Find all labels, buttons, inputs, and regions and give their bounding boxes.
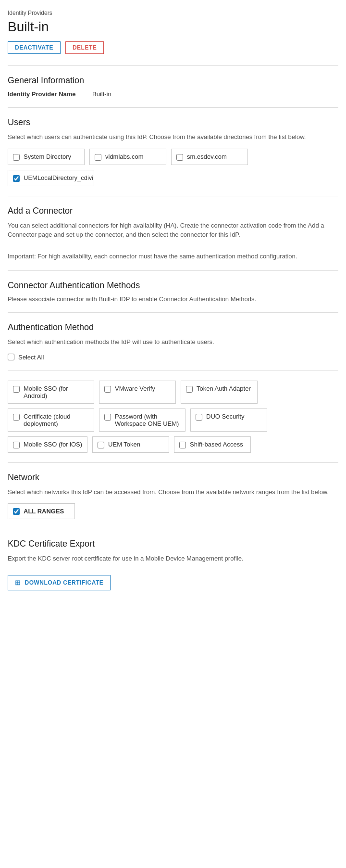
divider-6	[8, 462, 338, 463]
directory-checkbox-dir1[interactable]	[13, 154, 20, 161]
auth-method-label-m6[interactable]: DUO Security	[206, 413, 244, 420]
download-certificate-label: DOWNLOAD CERTIFICATE	[25, 579, 104, 586]
auth-method-checkbox-m1[interactable]	[13, 386, 20, 393]
connector-auth-methods-note: Please associate connector with Built-in…	[8, 295, 338, 303]
auth-method-label-m5[interactable]: Password (with Workspace ONE UEM)	[115, 413, 180, 427]
list-item: DUO Security	[190, 408, 267, 432]
authentication-method-description: Select which authentication methods the …	[8, 337, 338, 347]
directory-label-dir2[interactable]: vidmlabs.com	[105, 153, 143, 160]
add-connector-desc2: Important: For high availability, each c…	[8, 252, 338, 261]
auth-method-label-m8[interactable]: UEM Token	[108, 441, 140, 448]
directory-checkbox-dir4[interactable]	[13, 175, 20, 182]
directories-grid: System Directoryvidmlabs.comsm.esdev.com…	[8, 149, 338, 186]
divider-4	[8, 270, 338, 271]
directory-checkbox-dir3[interactable]	[176, 154, 183, 161]
auth-method-checkbox-m6[interactable]	[196, 414, 202, 421]
page-title: Built-in	[8, 19, 338, 35]
auth-method-checkbox-m2[interactable]	[104, 386, 111, 393]
identity-provider-name-row: Identity Provider Name Built-in	[8, 90, 338, 98]
add-connector-section: Add a Connector You can select additiona…	[8, 206, 338, 261]
list-item: VMware Verify	[99, 381, 176, 404]
users-title: Users	[8, 117, 338, 128]
download-icon: ⊞	[15, 579, 21, 587]
select-all-row: Select All	[8, 354, 338, 361]
list-item: sm.esdev.com	[171, 149, 248, 165]
network-title: Network	[8, 472, 338, 483]
auth-method-label-m2[interactable]: VMware Verify	[115, 385, 155, 392]
list-item: UEM Token	[92, 436, 169, 453]
action-buttons: DEACTIVATE DELETE	[8, 41, 338, 54]
add-connector-title: Add a Connector	[8, 206, 338, 216]
directory-label-dir3[interactable]: sm.esdev.com	[187, 153, 227, 160]
network-range-label-r1[interactable]: ALL RANGES	[24, 508, 64, 515]
users-section: Users Select which users can authenticat…	[8, 117, 338, 186]
connector-auth-methods-section: Connector Authentication Methods Please …	[8, 281, 338, 303]
general-information-section: General Information Identity Provider Na…	[8, 76, 338, 98]
kdc-certificate-title: KDC Certificate Export	[8, 539, 338, 549]
auth-method-checkbox-m9[interactable]	[179, 442, 186, 448]
list-item: vidmlabs.com	[89, 149, 166, 165]
network-range-checkbox-r1[interactable]	[13, 508, 20, 515]
divider-7	[8, 529, 338, 529]
users-description: Select which users can authenticate usin…	[8, 132, 338, 142]
list-item: Mobile SSO (for Android)	[8, 381, 94, 404]
auth-method-checkbox-m7[interactable]	[13, 442, 20, 448]
auth-method-label-m3[interactable]: Token Auth Adapter	[197, 385, 251, 392]
divider-5	[8, 312, 338, 313]
list-item: Certificate (cloud deployment)	[8, 408, 94, 432]
directory-label-dir1[interactable]: System Directory	[24, 153, 71, 160]
kdc-certificate-description: Export the KDC server root certificate f…	[8, 554, 338, 563]
directory-label-dir4[interactable]: UEMLocalDirectory_cdivi	[24, 174, 93, 181]
auth-method-label-m7[interactable]: Mobile SSO (for iOS)	[24, 441, 82, 448]
auth-method-checkbox-m3[interactable]	[186, 386, 193, 393]
list-item: ALL RANGES	[8, 503, 75, 519]
auth-method-label-m4[interactable]: Certificate (cloud deployment)	[24, 413, 89, 427]
network-description: Select which networks this IdP can be ac…	[8, 487, 338, 497]
identity-provider-name-label: Identity Provider Name	[8, 90, 85, 98]
list-item: Shift-based Access	[174, 436, 251, 453]
delete-button[interactable]: DELETE	[65, 41, 104, 54]
identity-provider-name-value: Built-in	[92, 90, 111, 98]
list-item: UEMLocalDirectory_cdivi	[8, 170, 94, 186]
authentication-method-section: Authentication Method Select which authe…	[8, 322, 338, 453]
divider-3	[8, 196, 338, 196]
auth-method-label-m9[interactable]: Shift-based Access	[190, 441, 243, 448]
directory-checkbox-dir2[interactable]	[95, 154, 101, 161]
divider-select-all	[8, 370, 338, 371]
kdc-certificate-section: KDC Certificate Export Export the KDC se…	[8, 539, 338, 590]
list-item: Token Auth Adapter	[181, 381, 258, 404]
auth-method-checkbox-m4[interactable]	[13, 414, 20, 421]
deactivate-button[interactable]: DEACTIVATE	[8, 41, 61, 54]
list-item: Mobile SSO (for iOS)	[8, 436, 87, 453]
general-information-title: General Information	[8, 76, 338, 86]
list-item: Password (with Workspace ONE UEM)	[99, 408, 185, 432]
add-connector-desc1: You can select additional connectors for…	[8, 221, 338, 240]
divider-2	[8, 107, 338, 108]
auth-method-checkbox-m8[interactable]	[98, 442, 104, 448]
download-certificate-button[interactable]: ⊞ DOWNLOAD CERTIFICATE	[8, 575, 111, 590]
auth-method-checkbox-m5[interactable]	[104, 414, 111, 421]
auth-method-label-m1[interactable]: Mobile SSO (for Android)	[24, 385, 89, 399]
auth-methods-grid: Mobile SSO (for Android)VMware VerifyTok…	[8, 381, 338, 453]
breadcrumb: Identity Providers	[8, 10, 338, 16]
divider-1	[8, 65, 338, 66]
network-section: Network Select which networks this IdP c…	[8, 472, 338, 520]
connector-auth-methods-title: Connector Authentication Methods	[8, 281, 338, 291]
select-all-checkbox[interactable]	[8, 354, 14, 360]
select-all-label[interactable]: Select All	[18, 354, 44, 361]
list-item: System Directory	[8, 149, 85, 165]
authentication-method-title: Authentication Method	[8, 322, 338, 332]
network-ranges-grid: ALL RANGES	[8, 503, 338, 519]
